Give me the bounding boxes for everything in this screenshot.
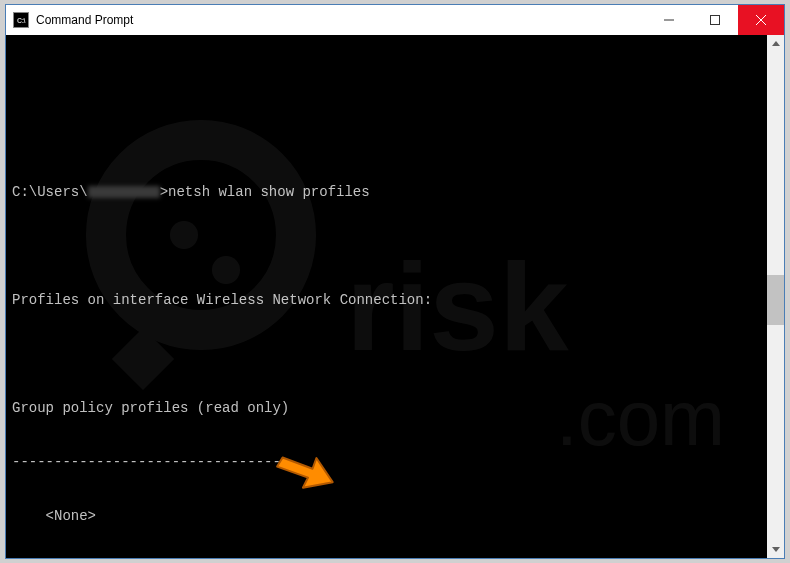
window-controls bbox=[646, 5, 784, 35]
scroll-down-arrow[interactable] bbox=[767, 541, 784, 558]
titlebar[interactable]: C:\ Command Prompt bbox=[6, 5, 784, 35]
command-prompt-window: C:\ Command Prompt ris bbox=[5, 4, 785, 559]
svg-rect-1 bbox=[711, 16, 720, 25]
scroll-thumb[interactable] bbox=[767, 275, 784, 325]
vertical-scrollbar[interactable] bbox=[767, 35, 784, 558]
group-header: Group policy profiles (read only) bbox=[12, 399, 767, 417]
svg-point-7 bbox=[212, 256, 240, 284]
group-dashes: --------------------------------- bbox=[12, 453, 767, 471]
minimize-button[interactable] bbox=[646, 5, 692, 35]
none-line: <None> bbox=[12, 507, 767, 525]
interface-line: Profiles on interface Wireless Network C… bbox=[12, 291, 767, 309]
watermark: risk .com bbox=[66, 115, 726, 535]
svg-text:.com: .com bbox=[556, 374, 725, 462]
scroll-up-arrow[interactable] bbox=[767, 35, 784, 52]
window-title: Command Prompt bbox=[36, 13, 646, 27]
content-area: risk .com C:\Users\>netsh wlan show prof… bbox=[6, 35, 784, 558]
prompt-line: C:\Users\>netsh wlan show profiles bbox=[12, 183, 767, 201]
cmd-icon: C:\ bbox=[13, 12, 29, 28]
terminal-output[interactable]: risk .com C:\Users\>netsh wlan show prof… bbox=[6, 35, 767, 558]
close-button[interactable] bbox=[738, 5, 784, 35]
maximize-button[interactable] bbox=[692, 5, 738, 35]
